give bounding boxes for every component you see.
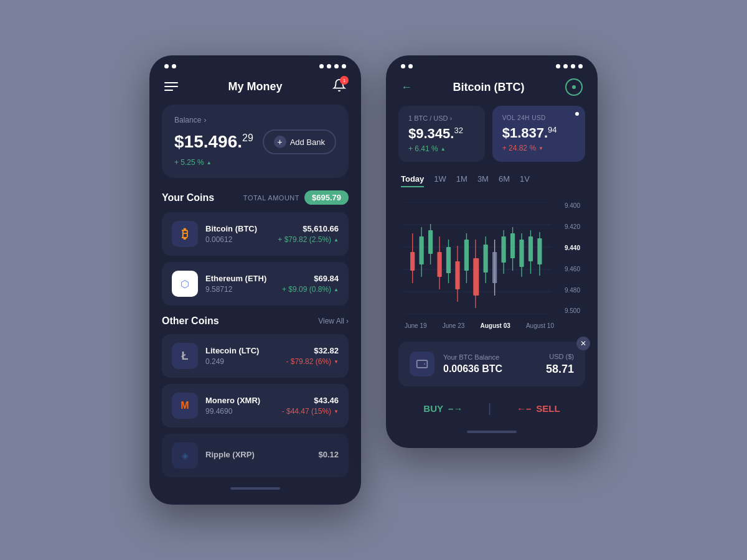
y-label-4: 9.460 <box>565 266 580 273</box>
usd-balance: USD ($) 58.71 <box>546 353 574 376</box>
bitcoin-amount: 0.00612 <box>205 235 270 244</box>
phone1-header: My Money 1 <box>162 73 349 105</box>
btc-balance-label: Your BTC Balance <box>443 353 537 361</box>
balance-label: Balance › <box>174 116 336 124</box>
tab-3m[interactable]: 3M <box>477 172 489 187</box>
tab-1v[interactable]: 1V <box>520 172 530 187</box>
btc-balance-value: 0.00636 BTC <box>443 363 537 375</box>
price-panel: 1 BTC / USD › $9.345.32 + 6.41 % ▲ VOL 2… <box>398 106 585 162</box>
bitcoin-name: Bitcoin (BTC) <box>205 224 270 233</box>
dot6 <box>342 64 346 68</box>
total-value-badge: $695.79 <box>304 190 349 205</box>
p2dot1 <box>401 64 405 68</box>
dot2 <box>172 64 176 68</box>
y-label-5: 9.480 <box>565 287 580 294</box>
svg-rect-15 <box>446 247 451 273</box>
close-popup-button[interactable]: ✕ <box>576 337 590 350</box>
eth-up-icon: ▲ <box>334 287 339 292</box>
svg-rect-35 <box>537 238 542 264</box>
litecoin-amount: 0.249 <box>205 357 278 366</box>
p2dot3 <box>556 64 560 68</box>
vol-change: + 24.82 % ▼ <box>502 144 575 152</box>
sell-arrow-icon: ←– <box>517 403 531 414</box>
menu-icon[interactable] <box>164 82 178 91</box>
svg-rect-23 <box>484 245 488 273</box>
divider: | <box>488 401 491 416</box>
btc-balance-popup: ✕ Your BTC Balance 0.00636 BTC USD ($) 5… <box>398 342 585 386</box>
bitcoin-change: + $79.82 (2.5%) ▲ <box>278 235 339 244</box>
menu-line-3 <box>164 90 173 91</box>
ripple-icon: ◈ <box>172 442 198 469</box>
ripple-price: $0.12 <box>318 450 339 459</box>
coin-item-ethereum[interactable]: ⬡ Ethereum (ETH) 9.58712 $69.84 + $9.09 … <box>162 262 349 306</box>
y-label-1: 9.400 <box>565 202 580 209</box>
p2dot5 <box>571 64 575 68</box>
x-label-1: June 19 <box>405 322 427 329</box>
menu-line-2 <box>164 86 178 87</box>
total-label: TOTAL AMOUNT <box>243 194 299 202</box>
bell-icon[interactable]: 1 <box>332 78 346 95</box>
view-all-button[interactable]: View All › <box>318 317 349 325</box>
lock-icon[interactable] <box>565 78 583 96</box>
x-label-2: June 23 <box>443 322 465 329</box>
sell-button[interactable]: ←– SELL <box>517 403 560 414</box>
phone1-content: My Money 1 Balance › $15.496.29 <box>149 73 361 505</box>
ethereum-info: Ethereum (ETH) 9.58712 <box>205 274 275 294</box>
btc-up-icon: ▲ <box>334 237 339 243</box>
balance-section: Balance › $15.496.29 + Add Bank + 5.25 %… <box>162 105 349 178</box>
tab-6m[interactable]: 6M <box>499 172 510 187</box>
btc-price: $9.345.32 <box>408 126 475 142</box>
menu-line-1 <box>164 82 178 83</box>
tab-1w[interactable]: 1W <box>434 172 446 187</box>
tab-1m[interactable]: 1M <box>456 172 467 187</box>
ethereum-name: Ethereum (ETH) <box>205 274 275 283</box>
coin-item-litecoin[interactable]: Ł Litecoin (LTC) 0.249 $32.82 - $79.82 (… <box>162 334 349 378</box>
svg-rect-13 <box>437 252 441 277</box>
btc-price-up-icon: ▲ <box>441 146 446 152</box>
btc-balance-info: Your BTC Balance 0.00636 BTC <box>443 353 537 375</box>
phone1-top-bar <box>149 55 361 73</box>
scrollbar-2 <box>467 431 517 433</box>
y-label-3: 9.440 <box>565 245 580 251</box>
dot3 <box>319 64 324 68</box>
ethereum-icon: ⬡ <box>172 271 198 297</box>
vol-label: VOL 24H USD <box>502 114 575 121</box>
svg-rect-33 <box>529 236 533 261</box>
bitcoin-page-title: Bitcoin (BTC) <box>453 81 525 94</box>
litecoin-change: - $79.82 (6%) ▼ <box>286 357 339 366</box>
phone1-dots-left <box>164 64 176 68</box>
litecoin-value: $32.82 - $79.82 (6%) ▼ <box>286 346 339 366</box>
time-tabs: Today 1W 1M 3M 6M 1V <box>398 172 585 187</box>
x-label-4: August 10 <box>526 322 554 329</box>
dot1 <box>164 64 169 68</box>
ripple-name: Ripple (XRP) <box>205 450 311 459</box>
tab-today[interactable]: Today <box>401 172 424 187</box>
monero-price: $43.46 <box>282 396 339 405</box>
coin-item-monero[interactable]: M Monero (XMR) 99.4690 $43.46 - $44.47 (… <box>162 384 349 427</box>
up-arrow-icon: ▲ <box>207 160 212 166</box>
plus-icon: + <box>274 136 286 148</box>
svg-rect-7 <box>410 252 415 271</box>
total-amount-badge: TOTAL AMOUNT $695.79 <box>243 190 349 205</box>
buy-button[interactable]: BUY –→ <box>423 403 463 414</box>
svg-rect-21 <box>473 258 479 296</box>
coin-item-ripple[interactable]: ◈ Ripple (XRP) $0.12 <box>162 434 349 477</box>
btc-price-change: + 6.41 % ▲ <box>408 144 475 153</box>
ethereum-value: $69.84 + $9.09 (0.8%) ▲ <box>282 274 339 294</box>
your-coins-title: Your Coins <box>162 192 214 203</box>
phone2-content: ← Bitcoin (BTC) 1 BTC / USD › $9.345.32 … <box>386 73 598 448</box>
svg-rect-17 <box>455 261 459 289</box>
phones-container: My Money 1 Balance › $15.496.29 <box>125 30 622 530</box>
price-subtitle: 1 BTC / USD › <box>408 114 475 122</box>
coin-item-bitcoin[interactable]: ₿ Bitcoin (BTC) 0.00612 $5,610.66 + $79.… <box>162 212 349 256</box>
your-coins-header: Your Coins TOTAL AMOUNT $695.79 <box>162 190 349 205</box>
add-bank-button[interactable]: + Add Bank <box>263 129 336 154</box>
back-button[interactable]: ← <box>401 81 412 94</box>
lock-dot <box>572 85 576 89</box>
monero-info: Monero (XMR) 99.4690 <box>205 396 275 416</box>
litecoin-price: $32.82 <box>286 346 339 355</box>
litecoin-name: Litecoin (LTC) <box>205 346 278 355</box>
ltc-down-icon: ▼ <box>334 359 339 365</box>
usd-value: 58.71 <box>546 363 574 376</box>
chart-x-labels: June 19 June 23 August 03 August 10 <box>405 322 554 329</box>
